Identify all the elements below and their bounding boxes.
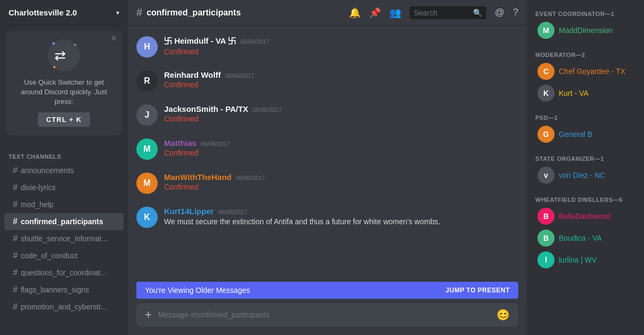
bell-icon[interactable]: 🔔 [349,7,361,19]
message-header: JacksonSmith - PA/TX 06/06/2017 [164,104,518,113]
message-username[interactable]: JacksonSmith - PA/TX [164,104,248,113]
members-icon[interactable]: 👥 [389,7,401,19]
message-group: R Reinhard Wolff 06/06/2017 Confirmed [128,68,527,94]
message-group: J JacksonSmith - PA/TX 06/06/2017 Confir… [128,102,527,128]
channel-item-promotion_and_cyberstr[interactable]: #promotion_and_cyberstr... [4,298,124,315]
member-avatar: C [537,63,555,80]
member-name: Kurt - VA [559,89,589,97]
member-section-header: PSD—1 [527,112,644,123]
search-bar[interactable]: 🔍 [410,6,486,19]
member-item[interactable]: C Chef Goyardee - TX [531,61,640,82]
arrows-icon: ⇄ [53,47,75,63]
member-item[interactable]: G General B [531,124,640,145]
header-icons: 🔔 📌 👥 🔍 @ ? [349,6,518,19]
member-name: General B [559,130,592,138]
member-name: lurlina | WV [559,256,597,264]
channel-hash-icon: # [13,251,18,260]
member-item[interactable]: B BellaDashwood [531,206,640,227]
channel-item-questions_for_coordinat[interactable]: #questions_for_coordinat... [4,264,124,281]
message-input-area: + 😊 [128,303,527,335]
channel-items-container: #announcements#dixie-lyrics#mod_help#con… [0,162,128,315]
member-item[interactable]: K Kurt - VA [531,83,640,104]
channel-item-confirmed_participants[interactable]: #confirmed_participants [4,213,124,230]
channel-name: promotion_and_cyberstr... [21,303,107,311]
search-input[interactable] [414,9,470,17]
message-input[interactable] [158,311,496,319]
message-content: Matthias 06/06/2017 Confirmed [164,138,518,160]
member-avatar: K [537,85,555,102]
older-messages-text: You're Viewing Older Messages [145,286,250,295]
channel-name: code_of_conduct [21,251,78,260]
message-username[interactable]: Reinhard Wolff [164,70,221,79]
member-section: EVENT COORDINATOR—1 M MaddDimension [527,9,644,41]
close-icon[interactable]: ✕ [111,34,117,43]
message-header: Kurt14Lipper 06/06/2017 [164,207,518,216]
message-text: We must secure the extinction of Antifa … [164,217,440,226]
member-item[interactable]: v von Diez - NC [531,165,640,186]
avatar: M [136,173,158,194]
member-section: WHEATFIELD DWELLERS—6 B BellaDashwood B … [527,194,644,271]
member-avatar: l [537,251,555,268]
message-timestamp: 06/06/2017 [218,209,247,215]
messages-wrapper: H 卐 Heimdulf - VA 卐 06/06/2017 Confirmed… [128,26,527,335]
message-group: M Matthias 06/06/2017 Confirmed 😎 [128,136,527,162]
message-username[interactable]: Matthias [164,138,197,148]
message-group: M ManWithTheHand 06/06/2017 Confirmed [128,170,527,196]
member-section-header: MODERATOR—2 [527,50,644,60]
channel-hash-icon: # [13,285,18,295]
server-header[interactable]: Charlottesville 2.0 ▾ [0,0,128,26]
jump-to-present-button[interactable]: JUMP TO PRESENT [446,287,510,294]
channel-item-flags_banners_signs[interactable]: #flags_banners_signs [4,281,124,298]
avatar: J [136,104,158,126]
channel-title: confirmed_participants [146,8,241,18]
member-avatar: G [537,126,555,143]
message-header: 卐 Heimdulf - VA 卐 06/06/2017 [164,36,518,46]
member-section-header: WHEATFIELD DWELLERS—6 [527,194,644,205]
message-timestamp: 06/06/2017 [225,72,254,79]
channel-item-code_of_conduct[interactable]: #code_of_conduct [4,247,124,264]
quick-switcher-shortcut[interactable]: CTRL + K [38,112,91,127]
channel-hash-icon: # [13,200,18,209]
channel-item-shuttle_service_informat[interactable]: #shuttle_service_informat... [4,230,124,247]
member-section-header: STATE ORGANIZER—1 [527,153,644,164]
member-section-header: EVENT COORDINATOR—1 [527,9,644,19]
channel-item-announcements[interactable]: #announcements [4,162,124,179]
message-username[interactable]: ManWithTheHand [164,173,232,182]
member-item[interactable]: M MaddDimension [531,20,640,41]
channel-name: mod_help [21,200,54,209]
avatar: R [136,70,158,92]
channel-list: TEXT CHANNELS #announcements#dixie-lyric… [0,141,128,335]
member-avatar: B [537,208,555,225]
channel-name: flags_banners_signs [21,285,89,294]
member-name: BellaDashwood [559,212,610,220]
member-item[interactable]: B Boudica - VA [531,227,640,249]
message-content: JacksonSmith - PA/TX 06/06/2017 Confirme… [164,104,518,126]
channel-name: dixie-lyrics [21,183,55,192]
member-name: Chef Goyardee - TX [559,67,625,76]
message-content: ManWithTheHand 06/06/2017 Confirmed [164,173,518,194]
message-header: Matthias 06/06/2017 [164,138,518,148]
member-name: MaddDimension [559,26,613,35]
member-avatar: M [537,22,555,39]
add-attachment-icon[interactable]: + [145,308,152,322]
message-timestamp: 06/06/2017 [252,107,282,113]
message-username[interactable]: 卐 Heimdulf - VA 卐 [164,36,236,46]
text-channels-header: TEXT CHANNELS [0,145,128,162]
message-timestamp: 06/06/2017 [240,38,270,45]
confirmed-text: Confirmed [164,115,199,123]
message-timestamp: 06/06/2017 [236,175,265,181]
messages-container: H 卐 Heimdulf - VA 卐 06/06/2017 Confirmed… [128,26,527,277]
channel-item-dixie-lyrics[interactable]: #dixie-lyrics [4,179,124,196]
at-icon[interactable]: @ [495,7,504,18]
confirmed-text: Confirmed [164,149,199,157]
member-name: Boudica - VA [559,234,602,242]
member-item[interactable]: l lurlina | WV [531,249,640,271]
message-header: Reinhard Wolff 06/06/2017 [164,70,518,79]
channel-hash-icon: # [13,234,18,243]
channel-hash-icon: # [13,166,18,175]
emoji-picker-icon[interactable]: 😊 [496,308,510,321]
pin-icon[interactable]: 📌 [369,7,381,19]
channel-item-mod_help[interactable]: #mod_help [4,196,124,213]
help-icon[interactable]: ? [513,7,518,18]
message-username[interactable]: Kurt14Lipper [164,207,214,216]
